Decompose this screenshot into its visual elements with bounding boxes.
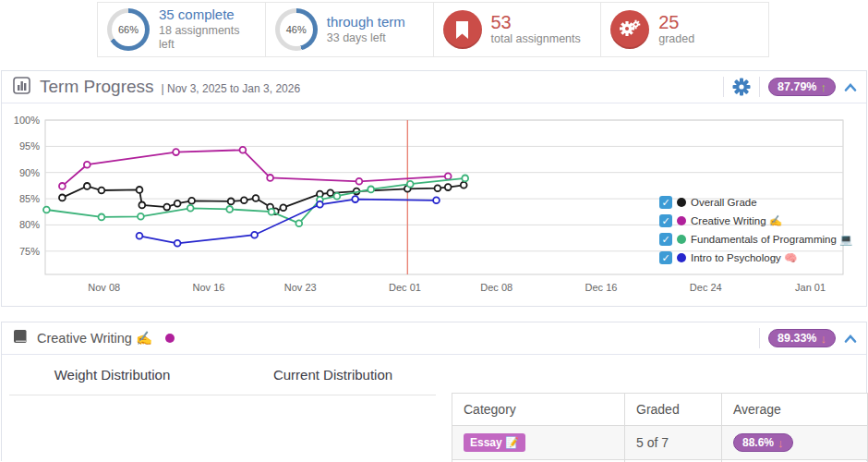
term-progress-chart: 100%95%90%85%80%75%Nov 08Nov 16Nov 23Dec… [2, 103, 866, 306]
legend-item-1[interactable]: ✓Creative Writing ✍️ [659, 213, 852, 227]
svg-text:95%: 95% [19, 140, 40, 152]
legend-label: Overall Grade [691, 197, 757, 208]
stat-title: 35 complete [159, 6, 256, 24]
book-icon [13, 329, 28, 348]
divider [759, 77, 760, 97]
legend-item-2[interactable]: ✓Fundamentals of Programming 💻 [659, 232, 852, 246]
col-header-category: Category [452, 394, 625, 426]
course-body: Weight Distribution Current Distribution… [2, 355, 866, 460]
category-table-panel: Category Graded Average Essay 📝5 of 788.… [452, 393, 868, 462]
term-progress-header: Term Progress | Nov 3, 2025 to Jan 3, 20… [2, 71, 866, 103]
bookmark-icon [443, 10, 482, 49]
legend-label: Creative Writing ✍️ [691, 214, 782, 227]
gears-icon [610, 10, 649, 49]
collapse-chevron-icon[interactable] [844, 83, 857, 91]
legend-checkbox[interactable]: ✓ [659, 251, 672, 264]
svg-text:Dec 24: Dec 24 [690, 282, 722, 293]
trend-up-icon: ↑ [821, 81, 827, 93]
legend-checkbox[interactable]: ✓ [659, 214, 672, 227]
trend-down-icon: ↓ [821, 333, 827, 345]
weight-distribution-title: Weight Distribution [2, 367, 223, 383]
stat-value: 25 [658, 12, 694, 32]
col-header-average: Average [722, 394, 868, 426]
course-grade-badge: 89.33% ↓ [768, 329, 836, 347]
svg-text:100%: 100% [14, 115, 40, 126]
collapse-chevron-icon[interactable] [844, 334, 857, 343]
settings-gear-icon[interactable] [732, 78, 751, 96]
legend-label: Intro to Psychology 🧠 [691, 251, 797, 264]
stat-card-total-assignments: 53 total assignments [434, 3, 602, 56]
divider [9, 395, 436, 395]
average-cell: 88.6%↓ [722, 426, 868, 460]
ring-percent-label: 46% [286, 24, 307, 35]
term-date-range: | Nov 3, 2025 to Jan 3, 2026 [162, 82, 301, 95]
legend-color-dot [677, 235, 686, 244]
stat-card-through-term: 46% through term 33 days left [266, 3, 434, 56]
svg-text:90%: 90% [19, 167, 40, 178]
progress-ring-term: 46% [275, 8, 318, 51]
svg-text:80%: 80% [19, 219, 40, 230]
legend-checkbox[interactable]: ✓ [659, 233, 672, 246]
col-header-graded: Graded [625, 394, 722, 426]
overall-grade-badge: 87.79% ↑ [768, 78, 836, 96]
legend-color-dot [677, 216, 686, 225]
stat-title: through term [327, 14, 405, 31]
distribution-panel: Weight Distribution Current Distribution… [2, 355, 443, 460]
current-distribution-title: Current Distribution [223, 367, 443, 383]
svg-text:Nov 23: Nov 23 [284, 282, 317, 293]
graded-cell: 5 of 7 [625, 426, 722, 460]
legend-label: Fundamentals of Programming 💻 [691, 233, 852, 246]
category-badge: Essay 📝 [464, 433, 525, 452]
stat-label: total assignments [491, 32, 581, 47]
svg-text:Dec 08: Dec 08 [480, 282, 512, 293]
chart-legend: ✓Overall Grade✓Creative Writing ✍️✓Funda… [659, 195, 852, 264]
course-section-creative-writing: Creative Writing ✍️ 89.33% ↓ Weight Dist… [1, 322, 867, 461]
divider [723, 77, 724, 97]
legend-color-dot [677, 253, 686, 262]
stat-value: 53 [491, 12, 581, 32]
trend-down-icon: ↓ [778, 437, 784, 449]
stat-label: graded [658, 32, 694, 47]
legend-checkbox[interactable]: ✓ [659, 196, 672, 209]
stat-card-graded: 25 graded [601, 3, 768, 56]
legend-item-3[interactable]: ✓Intro to Psychology 🧠 [659, 250, 852, 264]
svg-text:Dec 01: Dec 01 [389, 282, 421, 293]
course-color-dot [165, 334, 175, 343]
course-header: Creative Writing ✍️ 89.33% ↓ [2, 322, 866, 355]
average-badge: 88.6%↓ [733, 433, 793, 452]
stat-subtitle: 33 days left [327, 31, 405, 46]
progress-ring-complete: 66% [107, 8, 150, 51]
svg-text:Jan 01: Jan 01 [795, 282, 826, 293]
bar-chart-icon [13, 77, 30, 98]
svg-text:75%: 75% [19, 246, 40, 257]
legend-item-0[interactable]: ✓Overall Grade [659, 195, 852, 209]
stat-subtitle: 18 assignments left [159, 24, 256, 53]
stats-bar: 66% 35 complete 18 assignments left 46% … [97, 2, 769, 57]
stat-card-complete: 66% 35 complete 18 assignments left [98, 3, 266, 56]
svg-text:Nov 08: Nov 08 [88, 282, 120, 293]
table-row: Essay 📝5 of 788.6%↓ [452, 426, 868, 460]
term-progress-section: Term Progress | Nov 3, 2025 to Jan 3, 20… [1, 70, 867, 307]
svg-text:85%: 85% [19, 193, 40, 204]
ring-percent-label: 66% [118, 24, 139, 35]
section-title: Term Progress [40, 77, 154, 97]
course-title: Creative Writing ✍️ [37, 331, 152, 346]
svg-text:Dec 16: Dec 16 [585, 282, 618, 293]
legend-color-dot [677, 198, 686, 207]
category-table: Category Graded Average Essay 📝5 of 788.… [452, 393, 868, 462]
divider [759, 328, 760, 348]
svg-text:Nov 16: Nov 16 [193, 282, 225, 293]
